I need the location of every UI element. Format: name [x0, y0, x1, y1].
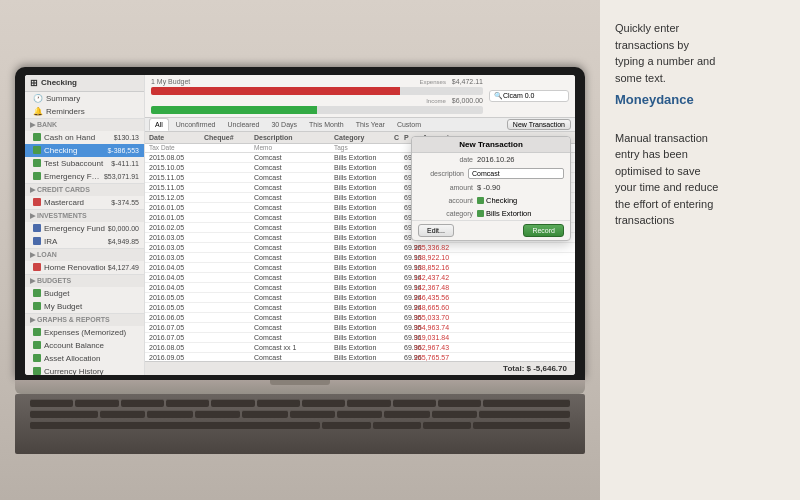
- sidebar-section-graphs: ▶ GRAPHS & REPORTS: [25, 313, 144, 326]
- table-row[interactable]: 2016.07.05ComcastBills Extortion69.96354…: [145, 323, 575, 333]
- promo-line: some text.: [615, 70, 785, 87]
- promo-line: transactions by: [615, 37, 785, 54]
- popup-row-desc: description: [412, 166, 570, 181]
- table-row[interactable]: 2016.04.05ComcastBills Extortion69.96142…: [145, 283, 575, 293]
- promo-line: transactions: [615, 212, 785, 229]
- expenses-fill: [151, 87, 400, 95]
- search-input[interactable]: [503, 92, 563, 99]
- sidebar-section-bank: ▶ BANK: [25, 118, 144, 131]
- sidebar-item-emergency[interactable]: Emergency Fund, Liq... $53,071.91: [25, 170, 144, 183]
- laptop-screen: ⊞ Checking 🕐 Summary 🔔 Reminders ▶ BANK: [25, 75, 575, 375]
- popup-actions: Edit... Record: [412, 220, 570, 240]
- sidebar-header: ⊞ Checking: [25, 75, 144, 92]
- tab-unconfirmed[interactable]: Unconfirmed: [171, 119, 221, 130]
- right-panel: Quickly enter transactions by typing a n…: [600, 0, 800, 500]
- popup-row-date: date 2016.10.26: [412, 153, 570, 166]
- sidebar-item-summary[interactable]: 🕐 Summary: [25, 92, 144, 105]
- popup-description-input[interactable]: [468, 168, 564, 179]
- category-icon: [477, 210, 484, 217]
- income-fill: [151, 106, 317, 114]
- tab-30days[interactable]: 30 Days: [266, 119, 302, 130]
- laptop-area: ⊞ Checking 🕐 Summary 🔔 Reminders ▶ BANK: [0, 0, 600, 500]
- sidebar-item-cash[interactable]: Cash on Hand $130.13: [25, 131, 144, 144]
- promo-line: typing a number and: [615, 53, 785, 70]
- promo-line: your time and reduce: [615, 179, 785, 196]
- popup-row-amount: amount $ -0.90: [412, 181, 570, 194]
- table-row[interactable]: 2016.05.05ComcastBills Extortion69.96246…: [145, 293, 575, 303]
- total-bar: Total: $ -5,646.70: [145, 361, 575, 375]
- sidebar-item-mastercard[interactable]: Mastercard $-374.55: [25, 196, 144, 209]
- popup-account-select[interactable]: Checking: [477, 196, 564, 205]
- income-bar: [151, 106, 483, 114]
- app-main: 1 My Budget Expenses $4,472.11: [145, 75, 575, 375]
- promo-line: Manual transaction: [615, 130, 785, 147]
- main-header: 1 My Budget Expenses $4,472.11: [145, 75, 575, 118]
- expenses-bar: [151, 87, 483, 95]
- popup-row-category: category Bills Extortion: [412, 207, 570, 220]
- new-transaction-button[interactable]: New Transaction: [507, 119, 571, 130]
- table-row[interactable]: 2016.04.05ComcastBills Extortion69.96138…: [145, 263, 575, 273]
- table-row[interactable]: 2016.03.05ComcastBills Extortion69.96138…: [145, 253, 575, 263]
- keyboard: [15, 394, 585, 454]
- sidebar-section-loan: ▶ LOAN: [25, 248, 144, 261]
- sidebar-item-test-sub[interactable]: Test Subaccount $-411.11: [25, 157, 144, 170]
- new-transaction-popup: New Transaction date 2016.10.26 descript…: [411, 136, 571, 241]
- popup-row-account: account Checking: [412, 194, 570, 207]
- account-icon: [477, 197, 484, 204]
- sidebar-section-investments: ▶ INVESTMENTS: [25, 209, 144, 222]
- edit-button[interactable]: Edit...: [418, 224, 454, 237]
- table-row[interactable]: 2016.03.05ComcastBills Extortion69.96235…: [145, 243, 575, 253]
- tab-this-year[interactable]: This Year: [351, 119, 390, 130]
- sidebar-item-expenses[interactable]: Expenses (Memorized): [25, 326, 144, 339]
- sidebar-item-acct-balance[interactable]: Account Balance: [25, 339, 144, 352]
- sidebar-item-checking[interactable]: Checking $-386,553: [25, 144, 144, 157]
- table-row[interactable]: 2016.06.05ComcastBills Extortion69.96355…: [145, 313, 575, 323]
- sidebar-item-loan[interactable]: Home Renovation Loan $4,127.49: [25, 261, 144, 274]
- budget-bars: 1 My Budget Expenses $4,472.11: [151, 78, 483, 114]
- sidebar-item-ira[interactable]: IRA $4,949.85: [25, 235, 144, 248]
- popup-category-select[interactable]: Bills Extortion: [477, 209, 564, 218]
- tab-uncleared[interactable]: Uncleared: [222, 119, 264, 130]
- popup-title: New Transaction: [412, 137, 570, 153]
- table-row[interactable]: 2016.08.05Comcast xx 1Bills Extortion69.…: [145, 343, 575, 353]
- table-row[interactable]: 2016.09.05ComcastBills Extortion69.96265…: [145, 353, 575, 361]
- app-sidebar: ⊞ Checking 🕐 Summary 🔔 Reminders ▶ BANK: [25, 75, 145, 375]
- table-row[interactable]: 2016.04.05ComcastBills Extortion69.96142…: [145, 273, 575, 283]
- tabs-bar: All Unconfirmed Uncleared 30 Days This M…: [145, 118, 575, 132]
- sidebar-item-asset-alloc[interactable]: Asset Allocation: [25, 352, 144, 365]
- search-icon: 🔍: [494, 92, 503, 100]
- promo-line: the effort of entering: [615, 196, 785, 213]
- table-row[interactable]: 2016.07.05ComcastBills Extortion69.96319…: [145, 333, 575, 343]
- brand-name: Moneydance: [615, 90, 785, 110]
- sidebar-item-emerg-reti[interactable]: Emergency Fund Reti... $0,000.00: [25, 222, 144, 235]
- record-button[interactable]: Record: [523, 224, 564, 237]
- table-container: Date Cheque# Description Category C P Am…: [145, 132, 575, 361]
- sidebar-item-budget[interactable]: Budget: [25, 287, 144, 300]
- tab-custom[interactable]: Custom: [392, 119, 426, 130]
- sidebar-item-reminders[interactable]: 🔔 Reminders: [25, 105, 144, 118]
- tab-this-month[interactable]: This Month: [304, 119, 349, 130]
- promo-line: Quickly enter: [615, 20, 785, 37]
- tab-all[interactable]: All: [149, 118, 169, 131]
- promo-line: entry has been: [615, 146, 785, 163]
- promo-block-2: Manual transaction entry has been optimi…: [615, 130, 785, 229]
- sidebar-item-currency[interactable]: Currency History: [25, 365, 144, 375]
- table-row[interactable]: 2016.05.05ComcastBills Extortion69.96248…: [145, 303, 575, 313]
- promo-block-1: Quickly enter transactions by typing a n…: [615, 20, 785, 110]
- sidebar-section-credit: ▶ CREDIT CARDS: [25, 183, 144, 196]
- promo-line: optimised to save: [615, 163, 785, 180]
- sidebar-item-my-budget[interactable]: My Budget: [25, 300, 144, 313]
- search-box[interactable]: 🔍: [489, 90, 569, 102]
- sidebar-section-budgets: ▶ BUDGETS: [25, 274, 144, 287]
